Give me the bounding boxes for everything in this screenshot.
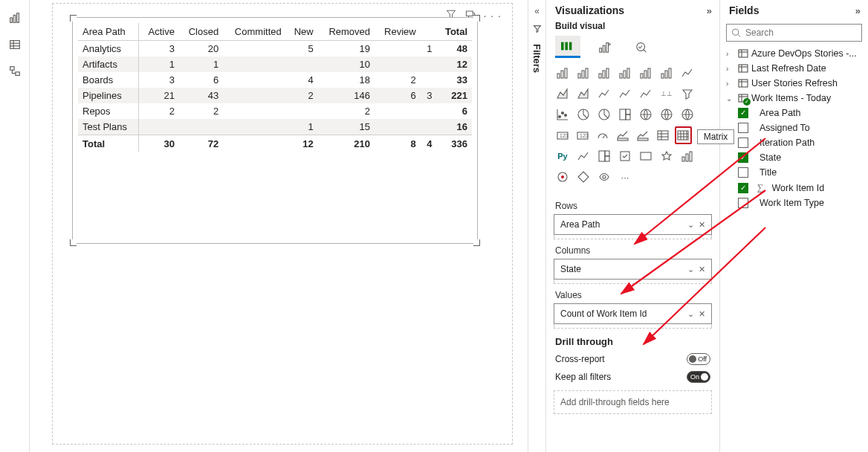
field-assigned-to[interactable]: Assigned To [736,120,864,135]
viz-icon[interactable] [658,106,676,123]
keep-filters-toggle[interactable]: On [687,371,710,383]
table-row[interactable]: Artifacts111012 [78,56,472,72]
checkbox-icon[interactable] [738,152,748,163]
checkbox-icon[interactable] [738,108,748,118]
checkbox-icon[interactable] [738,138,748,148]
table-item[interactable]: ›Last Refresh Date [725,61,864,76]
viz-icon[interactable]: ··· [616,168,634,186]
table-row[interactable]: Boards36418233 [78,72,472,88]
fields-search[interactable] [726,24,862,42]
table-item[interactable]: ›User Stories Refresh [725,76,864,91]
svg-point-72 [561,175,564,178]
stacked-chart-icon[interactable] [0,4,30,31]
viz-icon[interactable] [616,64,634,82]
viz-icon[interactable] [574,85,592,103]
viz-icon[interactable] [554,106,571,123]
table-row[interactable]: Pipelines2143214663221 [78,88,472,103]
model-view-icon[interactable] [0,58,30,85]
field-title[interactable]: Title [736,165,864,180]
viz-icon[interactable] [616,147,634,165]
filters-label[interactable]: Filters [531,44,542,73]
viz-icon[interactable]: ⊥⊥ [658,85,676,103]
field-state[interactable]: State [736,150,864,165]
viz-icon[interactable] [616,85,634,103]
viz-icon[interactable] [616,106,634,123]
viz-icon[interactable] [595,147,613,165]
checkbox-icon[interactable] [738,198,748,208]
viz-icon[interactable] [595,168,613,186]
viz-icon[interactable] [614,126,631,144]
field-work-item-type[interactable]: Work Item Type [736,196,864,210]
table-row[interactable]: Analytics320519148 [78,41,472,57]
tab-format[interactable] [592,36,618,58]
viz-icon[interactable] [594,126,611,144]
viz-icon[interactable] [634,126,651,144]
viz-icon[interactable] [637,147,655,165]
resize-handle[interactable] [70,239,77,246]
viz-icon[interactable] [678,147,696,165]
python-visual-icon[interactable]: Py [554,147,571,165]
columns-well[interactable]: State ⌄✕ [554,259,712,280]
viz-icon[interactable] [637,85,655,103]
field-iteration-path[interactable]: Iteration Path [736,135,864,150]
table-item[interactable]: ›Azure DevOps Stories -... [725,46,864,61]
viz-icon[interactable] [595,85,613,103]
table-item-expanded[interactable]: ⌄ ✓ Work Items - Today [725,91,864,106]
remove-icon[interactable]: ✕ [699,220,705,230]
filters-pane-collapsed[interactable]: « Filters [528,0,545,452]
matrix-visual[interactable]: Area PathActiveClosedCommittedNewRemoved… [72,17,478,244]
tab-analytics[interactable] [629,36,655,58]
chevron-right-icon[interactable]: » [707,5,712,16]
values-well[interactable]: Count of Work Item Id ⌄✕ [554,303,712,324]
viz-icon[interactable] [574,106,592,123]
checkbox-icon[interactable] [738,183,748,193]
remove-icon[interactable]: ✕ [699,265,705,274]
more-options-icon[interactable]: · · · [484,10,502,22]
chevron-right-icon[interactable]: » [855,5,861,16]
svg-rect-12 [569,42,572,50]
checkbox-icon[interactable] [738,167,748,178]
viz-icon[interactable] [554,168,571,186]
report-canvas[interactable]: · · · Area PathActiveClosedCommittedNewR… [30,0,528,452]
viz-icon[interactable] [637,64,655,82]
viz-icon[interactable] [678,106,696,123]
viz-icon[interactable] [655,126,672,144]
matrix-viz-icon[interactable]: Matrix [675,126,692,144]
svg-rect-68 [682,157,684,161]
search-input[interactable] [745,28,857,38]
viz-icon[interactable] [678,85,696,103]
viz-icon[interactable] [595,64,613,82]
tab-build[interactable] [555,36,580,58]
resize-handle[interactable] [70,15,77,22]
viz-icon[interactable] [637,106,655,123]
cross-report-toggle[interactable]: Off [687,353,710,365]
checkbox-icon[interactable] [738,123,748,133]
svg-rect-17 [557,74,560,78]
viz-icon[interactable] [574,147,592,165]
viz-icon[interactable] [678,64,696,82]
resize-handle[interactable] [473,15,480,22]
viz-icon[interactable]: 123 [554,126,571,144]
field-area-path[interactable]: Area Path [736,106,864,120]
table-row[interactable]: Repos2226 [78,103,472,119]
chevron-down-icon[interactable]: ⌄ [687,220,694,230]
build-visual-label: Build visual [546,19,719,33]
table-row[interactable]: Test Plans11516 [78,119,472,135]
drill-drop-area[interactable]: Add drill-through fields here [554,390,712,414]
viz-icon[interactable]: 123 [574,126,591,144]
chevron-left-icon[interactable]: « [534,6,540,16]
resize-handle[interactable] [473,239,480,246]
viz-icon[interactable] [554,85,571,103]
viz-icon[interactable] [658,147,676,165]
chevron-down-icon[interactable]: ⌄ [687,309,694,319]
viz-icon[interactable] [554,64,571,82]
viz-icon[interactable] [595,106,613,123]
viz-icon[interactable] [658,64,676,82]
remove-icon[interactable]: ✕ [699,309,705,319]
field-work-item-id[interactable]: ∑ Work Item Id [736,180,864,196]
chevron-down-icon[interactable]: ⌄ [687,265,694,274]
table-view-icon[interactable] [0,31,30,58]
viz-icon[interactable] [574,64,592,82]
rows-well[interactable]: Area Path ⌄✕ [554,214,712,235]
viz-icon[interactable] [574,168,592,186]
